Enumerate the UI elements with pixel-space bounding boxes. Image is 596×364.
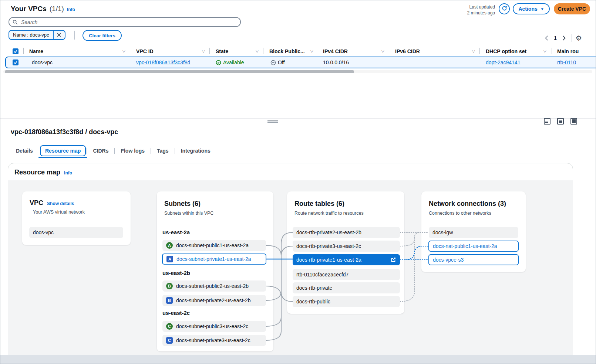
remove-filter-button[interactable]: [53, 31, 65, 39]
bottom-scroll-area: [0, 355, 596, 364]
tab-details[interactable]: Details: [11, 145, 38, 156]
subnet-node[interactable]: B docs-subnet-private2-us-east-2b: [162, 295, 266, 306]
sort-icon[interactable]: ▽: [202, 49, 205, 53]
panel-small-icon[interactable]: [544, 118, 550, 125]
tab-cidrs[interactable]: CIDRs: [88, 145, 114, 156]
panel-medium-icon[interactable]: [557, 118, 564, 125]
route-table-node[interactable]: docs-rtb-private3-us-east-2c: [293, 241, 400, 252]
tab-tags[interactable]: Tags: [152, 145, 174, 156]
cell-state: Available: [216, 59, 244, 65]
previous-page-icon[interactable]: [543, 34, 550, 42]
page-title-count: (1/1): [50, 5, 64, 13]
sort-icon[interactable]: ▽: [543, 49, 546, 53]
resource-map-info-link[interactable]: Info: [64, 170, 72, 176]
refresh-button[interactable]: [499, 3, 510, 14]
route-table-node-selected[interactable]: docs-rtb-private1-us-east-2a: [293, 254, 400, 265]
page-number[interactable]: 1: [554, 35, 557, 41]
page-header: Your VPCs (1/1) Info: [11, 5, 75, 13]
tab-integrations[interactable]: Integrations: [176, 145, 216, 156]
vpc-id-link[interactable]: vpc-018f086a13f3c3f8d: [136, 59, 190, 65]
subnet-node[interactable]: C docs-subnet-private3-us-east-2c: [162, 335, 266, 346]
split-panel-drag-handle[interactable]: [267, 120, 278, 123]
main-route-table-link[interactable]: rtb-0110: [557, 59, 576, 65]
route-tables-card-subtitle: Route network traffic to resources: [294, 211, 364, 216]
close-icon: [57, 33, 61, 37]
subnet-node[interactable]: B docs-subnet-public2-us-east-2b: [162, 280, 266, 292]
clear-filters-button[interactable]: Clear filters: [83, 30, 122, 41]
subnet-node[interactable]: A docs-subnet-public1-us-east-2a: [162, 240, 266, 251]
internet-gateway-node[interactable]: docs-igw: [429, 227, 518, 238]
col-header-ipv6-cidr[interactable]: IPv6 CIDR: [395, 48, 420, 54]
az-group-label: us-east-2a: [162, 229, 190, 235]
external-link-icon[interactable]: [390, 257, 396, 263]
route-tables-column-card: [287, 191, 404, 314]
tab-flow-logs[interactable]: Flow logs: [115, 145, 150, 156]
public-subnet-badge: B: [166, 283, 173, 289]
search-box: [9, 17, 241, 27]
off-minus-icon: [270, 60, 276, 65]
sort-icon[interactable]: ▽: [256, 49, 259, 53]
filter-divider: [74, 31, 75, 40]
cell-name: docs-vpc: [32, 59, 53, 65]
header-info-link[interactable]: Info: [67, 7, 75, 12]
sort-icon[interactable]: ▽: [122, 49, 125, 53]
private-subnet-badge: C: [166, 337, 173, 344]
vpc-show-details-link[interactable]: Show details: [47, 201, 74, 206]
col-header-state[interactable]: State: [216, 48, 228, 54]
row-checkbox[interactable]: [13, 59, 18, 65]
col-header-ipv4-cidr[interactable]: IPv4 CIDR: [323, 48, 348, 54]
vpc-card-title: VPC: [30, 199, 43, 207]
resource-map-header: Resource map Info: [14, 169, 72, 176]
az-group-label: us-east-2c: [162, 310, 190, 316]
route-table-node[interactable]: docs-rtb-private2-us-east-2b: [293, 227, 400, 238]
nat-gateway-node[interactable]: docs-nat-public1-us-east-2a: [428, 241, 519, 252]
col-header-block-public[interactable]: Block Public...: [269, 48, 305, 54]
sort-icon[interactable]: ▽: [381, 49, 384, 53]
col-header-name[interactable]: Name: [29, 48, 43, 54]
subnets-card-title: Subnets (6): [164, 200, 201, 208]
create-vpc-button[interactable]: Create VPC: [554, 3, 590, 14]
split-panel-divider: [0, 119, 596, 119]
panel-size-controls: [544, 118, 577, 125]
next-page-icon[interactable]: [560, 34, 568, 42]
detail-panel-title: vpc-018f086a13f3c3f8d / docs-vpc: [11, 128, 118, 136]
vpc-node[interactable]: docs-vpc: [29, 227, 123, 238]
pagination: 1 ⚙: [543, 34, 582, 42]
route-table-node[interactable]: docs-rtb-private: [293, 282, 400, 293]
col-header-dhcp[interactable]: DHCP option set: [486, 48, 526, 54]
select-all-checkbox[interactable]: [13, 48, 18, 54]
col-header-main-route[interactable]: Main rou: [557, 48, 579, 54]
filter-chip-label: Name : docs-vpc: [9, 31, 53, 39]
page-title: Your VPCs: [11, 5, 47, 13]
search-icon: [13, 20, 18, 25]
horizontal-scrollbar-thumb[interactable]: [5, 70, 354, 73]
cell-ipv6-cidr: –: [395, 59, 398, 65]
subnet-node[interactable]: C docs-subnet-public3-us-east-2c: [162, 321, 266, 332]
last-updated: Last updated 2 minutes ago: [435, 4, 495, 16]
subnet-node-selected[interactable]: A docs-subnet-private1-us-east-2a: [162, 254, 266, 265]
route-table-node[interactable]: docs-rtb-public: [293, 296, 400, 307]
private-subnet-badge: B: [166, 297, 173, 304]
az-group-label: us-east-2b: [162, 270, 190, 276]
gear-icon[interactable]: ⚙: [576, 35, 582, 42]
public-subnet-badge: A: [166, 242, 173, 249]
vpc-endpoint-node[interactable]: docs-vpce-s3: [428, 254, 519, 265]
route-table-node[interactable]: rtb-0110cface2acecfd7: [293, 269, 400, 280]
detail-tabs: Details Resource map CIDRs Flow logs Tag…: [11, 144, 216, 157]
route-tables-card-title: Route tables (6): [294, 200, 344, 208]
cell-block-public: Off: [270, 59, 284, 65]
panel-large-icon[interactable]: [570, 118, 577, 125]
available-check-icon: [216, 60, 221, 65]
network-connections-card-title: Network connections (3): [429, 200, 506, 208]
vpc-console-page: Your VPCs (1/1) Info Last updated 2 minu…: [0, 0, 596, 364]
vpc-card-header: VPC Show details: [30, 199, 74, 207]
private-subnet-badge: A: [166, 256, 173, 262]
dhcp-option-set-link[interactable]: dopt-2ac94141: [486, 59, 520, 65]
search-input[interactable]: [20, 19, 237, 25]
tab-resource-map[interactable]: Resource map: [40, 145, 86, 156]
chevron-down-icon: ▼: [541, 7, 544, 11]
actions-button[interactable]: Actions ▼: [513, 3, 550, 14]
sort-icon[interactable]: ▽: [310, 49, 313, 53]
col-header-vpc-id[interactable]: VPC ID: [136, 48, 154, 54]
sort-icon[interactable]: ▽: [472, 49, 475, 53]
